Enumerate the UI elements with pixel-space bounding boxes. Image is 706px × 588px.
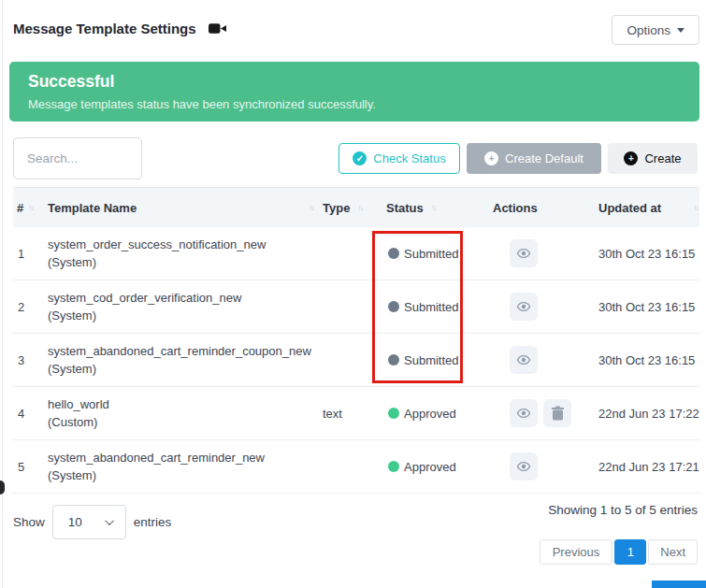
create-default-button[interactable]: + Create Default [467,143,601,174]
status-label: Submitted [404,300,459,314]
template-name: system_order_success_notification_new [48,236,319,253]
message-template-settings-page: Message Template Settings Options Succes… [0,0,706,588]
template-type: text [319,407,382,421]
view-button[interactable] [510,346,538,374]
show-label: Show [13,515,45,529]
page-size-select[interactable]: 10 [52,505,126,539]
check-status-label: Check Status [373,151,445,165]
updated-at: 30th Oct 23 16:15 [585,247,699,261]
success-alert: Successful Message templates status have… [9,62,699,122]
table-row: 1 system_order_success_notification_new … [13,227,699,280]
delete-button[interactable] [543,399,571,427]
page-1-button[interactable]: 1 [614,539,646,565]
view-button[interactable] [510,399,538,427]
left-border-line [2,0,3,588]
check-circle-icon: ✓ [353,151,367,165]
status-dot [388,461,399,472]
status-dot [388,354,399,366]
page-title: Message Template Settings [13,21,196,36]
view-button[interactable] [510,452,538,480]
table-row: 2 system_cod_order_verification_new (Sys… [13,280,699,334]
next-page-button[interactable]: Next [648,539,698,565]
options-label: Options [627,23,670,37]
eye-icon [516,246,531,261]
left-edge-widget [0,480,5,495]
eye-icon [516,406,531,421]
table-row: 4 hello_world (Custom) text Approved 22n… [13,387,699,440]
row-number: 2 [13,300,48,314]
updated-at: 22nd Jun 23 17:21 [585,460,699,474]
search-input[interactable] [13,137,142,179]
status-dot [388,301,399,312]
row-number: 5 [13,460,48,474]
status-dot [388,408,399,419]
check-status-button[interactable]: ✓ Check Status [339,143,460,174]
eye-icon [516,352,531,367]
entries-label: entries [134,515,172,529]
eye-icon [516,299,531,314]
status-label: Submitted [404,247,459,261]
table-row: 5 system_abandoned_cart_reminder_new (Sy… [13,440,699,494]
status-label: Approved [404,407,456,421]
previous-page-button[interactable]: Previous [540,539,613,565]
bottom-blue-bar [652,581,706,588]
sort-arrows-icon: ↑↓ [693,203,698,212]
template-origin: (System) [48,466,319,484]
view-button[interactable] [510,293,538,321]
updated-at: 30th Oct 23 16:15 [585,353,699,367]
column-header-template-name[interactable]: Template Name ↑↓ [48,201,319,215]
template-name: system_abandoned_cart_reminder_coupon_ne… [48,342,319,360]
sort-arrows-icon: ↑↓ [309,203,313,212]
caret-down-icon [677,28,684,33]
page-size-control: Show 10 entries [13,505,171,539]
create-label: Create [644,151,681,165]
template-origin: (System) [48,360,319,378]
video-camera-icon [209,22,227,36]
row-number: 1 [13,247,48,261]
options-button[interactable]: Options [612,15,699,45]
page-size-value: 10 [68,515,82,529]
sort-arrows-icon: ↑↓ [28,203,33,212]
create-button[interactable]: + Create [608,143,698,174]
template-origin: (Custom) [48,413,319,431]
row-number: 3 [13,353,48,367]
plus-circle-icon: + [484,151,498,165]
template-name: hello_world [48,395,319,413]
template-origin: (System) [48,253,319,271]
templates-table: # ↑↓ Template Name ↑↓ Type ↑↓ Status ↑↓ … [13,187,699,494]
trash-icon [551,406,565,421]
template-name: system_cod_order_verification_new [48,289,319,307]
status-label: Approved [404,460,456,474]
view-button[interactable] [510,239,538,267]
eye-icon [516,459,531,474]
row-number: 4 [13,407,48,421]
chevron-down-icon [105,516,114,525]
column-header-status[interactable]: Status ↑↓ [382,201,489,215]
alert-title: Successful [28,70,681,93]
create-default-label: Create Default [505,151,584,165]
sort-arrows-icon: ↑↓ [431,203,436,212]
column-header-updated-at[interactable]: Updated at ↑↓ [585,201,699,215]
results-summary: Showing 1 to 5 of 5 entries [548,503,698,517]
status-dot [388,248,399,259]
column-header-type[interactable]: Type ↑↓ [319,201,382,215]
updated-at: 22nd Jun 23 17:22 [585,407,699,421]
alert-message: Message templates status have been synch… [28,96,681,113]
updated-at: 30th Oct 23 16:15 [585,300,699,314]
column-header-actions: Actions [489,201,585,215]
table-row: 3 system_abandoned_cart_reminder_coupon_… [13,334,699,387]
plus-circle-icon: + [624,151,638,165]
status-label: Submitted [404,353,459,367]
page-header: Message Template Settings [13,21,227,36]
template-name: system_abandoned_cart_reminder_new [48,449,319,466]
pagination: Previous 1 Next [540,539,698,565]
sort-arrows-icon: ↑↓ [357,203,362,212]
column-header-number[interactable]: # ↑↓ [13,201,48,215]
template-origin: (System) [48,307,319,324]
table-header-row: # ↑↓ Template Name ↑↓ Type ↑↓ Status ↑↓ … [13,187,699,227]
